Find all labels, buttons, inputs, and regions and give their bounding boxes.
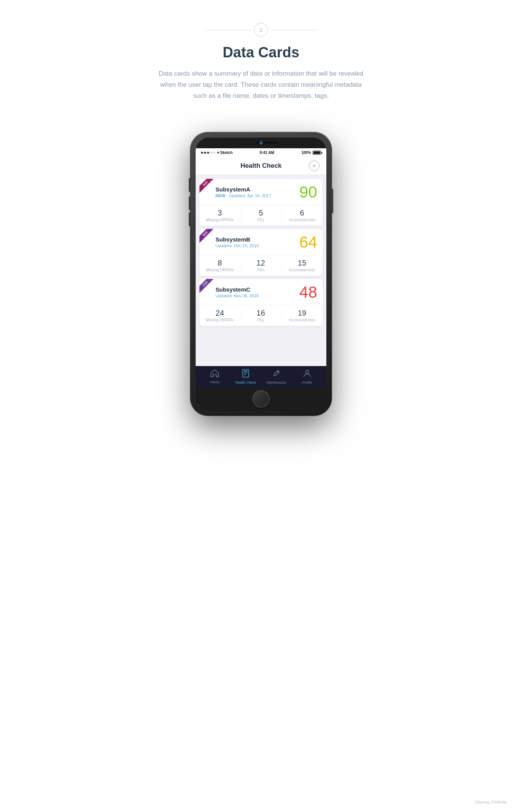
card-score-b: 64 — [299, 234, 317, 250]
tab-profile[interactable]: Profile — [292, 369, 323, 384]
card-subsystem-b[interactable]: B10 SubsystemB Updated: Dec 24, 2016 64 … — [199, 229, 323, 276]
stat-b-inconsistencies: 15 Inconsistencies — [282, 259, 323, 272]
home-icon — [211, 370, 219, 379]
page-header: 2 Data Cards Data cards show a summary o… — [146, 23, 376, 102]
card-score-a: 90 — [299, 184, 317, 200]
phone-screen: ▾ Sketch 9:41 AM 100% Health Check — [196, 148, 326, 387]
status-right: 100% — [301, 151, 321, 155]
step-badge: 2 — [254, 23, 268, 37]
signal-dot-3 — [207, 152, 209, 154]
card-name-c: SubsystemC — [216, 286, 259, 293]
tab-health-check[interactable]: Health Check — [230, 369, 261, 384]
badge-label-a: A10 — [199, 179, 215, 193]
home-button-area — [196, 387, 326, 410]
tab-bar: Home Health Check — [196, 366, 326, 387]
tab-profile-label: Profile — [302, 381, 312, 384]
attribution: Sharing_Portfolio — [475, 800, 507, 804]
tab-maintenance-label: Maintenance — [266, 381, 286, 384]
home-button[interactable] — [252, 390, 270, 408]
app-title: Health Check — [240, 162, 282, 170]
svg-point-2 — [306, 370, 309, 373]
battery-percent: 100% — [301, 151, 311, 155]
camera-dot — [259, 141, 263, 144]
corner-badge-c: C10 — [199, 279, 217, 297]
card-info-a: SubsystemA NEW - Updated: Apr 10, 2017 — [208, 186, 271, 198]
card-subsystem-c[interactable]: C10 SubsystemC Updated: Nov 06, 2016 48 … — [199, 279, 323, 326]
tab-home[interactable]: Home — [199, 370, 230, 384]
corner-badge-b: B10 — [199, 229, 217, 246]
phone-inner: ▾ Sketch 9:41 AM 100% Health Check — [196, 138, 326, 410]
stat-c-hipers: 24 Missing HIPERs — [199, 309, 240, 322]
stat-c-pes: 16 PEs — [240, 309, 281, 322]
card-score-c: 48 — [299, 284, 317, 300]
tab-maintenance[interactable]: Maintenance — [261, 369, 292, 384]
page-title: Data Cards — [223, 44, 300, 61]
stat-b-pes: 12 PEs — [240, 259, 281, 272]
stat-a-pes: 5 PEs — [240, 209, 281, 222]
add-button[interactable]: + — [309, 160, 319, 171]
profile-icon — [303, 369, 311, 379]
card-bottom-a: 3 Missing HIPERs 5 PEs 6 Inconsistencies — [199, 205, 323, 226]
cards-area: A10 SubsystemA NEW - Updated: Apr 10, 20… — [196, 175, 326, 366]
status-left: ▾ Sketch — [201, 151, 233, 155]
card-subtitle-b: Updated: Dec 24, 2016 — [216, 243, 259, 248]
card-name-a: SubsystemA — [216, 186, 271, 193]
battery-bar — [313, 151, 321, 155]
signal-dot-2 — [204, 152, 206, 154]
phone-mockup: ▾ Sketch 9:41 AM 100% Health Check — [190, 132, 332, 416]
stat-a-inconsistencies: 6 Inconsistencies — [282, 209, 323, 222]
card-bottom-b: 8 Missing HIPERs 12 PEs 15 Inconsistenci… — [199, 255, 323, 276]
card-subtitle-c: Updated: Nov 06, 2016 — [216, 293, 259, 298]
svg-rect-0 — [243, 370, 249, 377]
card-name-b: SubsystemB — [216, 236, 259, 243]
speaker-grill — [255, 142, 278, 144]
stat-c-inconsistencies: 19 Inconsistencies — [282, 309, 323, 322]
tab-home-label: Home — [210, 380, 219, 384]
card-top-b: B10 SubsystemB Updated: Dec 24, 2016 64 — [199, 229, 323, 255]
svg-rect-1 — [245, 369, 247, 370]
phone-top-bar — [196, 138, 326, 148]
signal-dot-1 — [201, 152, 203, 154]
health-check-icon — [242, 369, 250, 379]
card-bottom-c: 24 Missing HIPERs 16 PEs 19 Inconsistenc… — [199, 305, 323, 326]
status-bar: ▾ Sketch 9:41 AM 100% — [196, 148, 326, 157]
wifi-icon: ▾ — [217, 151, 219, 155]
page-description: Data cards show a summary of data or inf… — [154, 68, 368, 102]
signal-dot-4 — [210, 152, 212, 154]
app-nav-bar: Health Check + — [196, 157, 326, 175]
badge-label-c: C10 — [199, 279, 215, 293]
signal-dot-5 — [213, 152, 215, 154]
maintenance-icon — [272, 369, 280, 379]
stat-a-hipers: 3 Missing HIPERs — [199, 209, 240, 222]
card-subsystem-a[interactable]: A10 SubsystemA NEW - Updated: Apr 10, 20… — [199, 179, 323, 226]
card-top-a: A10 SubsystemA NEW - Updated: Apr 10, 20… — [199, 179, 323, 205]
step-number: 2 — [259, 27, 262, 33]
tab-health-label: Health Check — [235, 381, 256, 384]
carrier-label: Sketch — [220, 151, 233, 155]
corner-badge-a: A10 — [199, 179, 217, 196]
card-top-c: C10 SubsystemC Updated: Nov 06, 2016 48 — [199, 279, 323, 305]
time-label: 9:41 AM — [260, 151, 274, 155]
stat-b-hipers: 8 Missing HIPERs — [199, 259, 240, 272]
battery-fill — [313, 151, 320, 154]
card-subtitle-a: NEW - Updated: Apr 10, 2017 — [216, 193, 271, 198]
phone-shell: ▾ Sketch 9:41 AM 100% Health Check — [190, 132, 332, 416]
badge-label-b: B10 — [199, 229, 215, 243]
